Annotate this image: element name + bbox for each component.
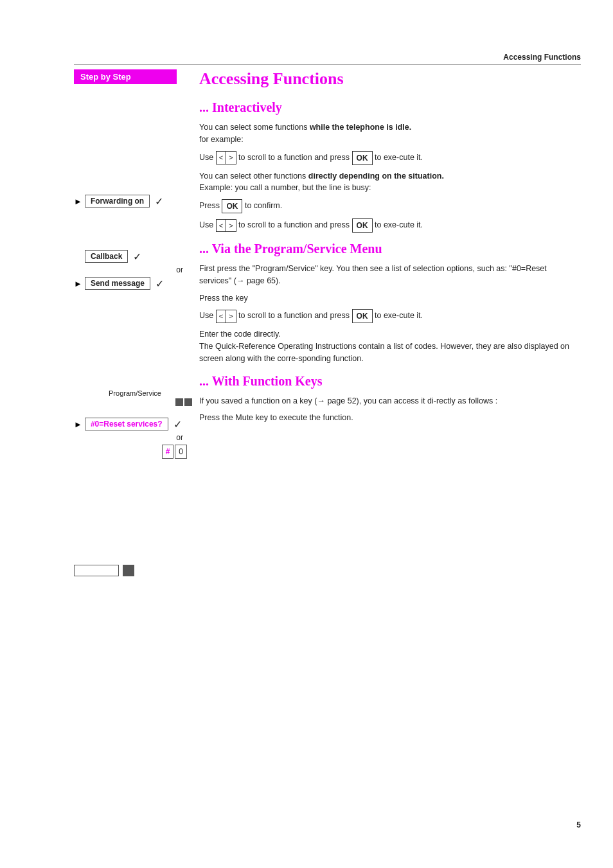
mute-key-row [74, 565, 196, 576]
para1-bold: while the telephone is idle. [310, 123, 411, 132]
function-keys-mute: Press the Mute key to execute the functi… [199, 412, 581, 424]
scroll-right-btn-2[interactable]: > [226, 219, 236, 233]
main-content: Accessing Functions ... Interactively Yo… [199, 69, 581, 433]
scroll-right-btn-3[interactable]: > [226, 310, 236, 323]
forwarding-arrow-icon: ► [74, 197, 82, 206]
para2-bold: directly depending on the situation. [308, 172, 444, 181]
page-number: 5 [576, 820, 581, 829]
prog-key-sq1 [175, 398, 183, 406]
program-subtitle: ... Via the Program/Service Menu [199, 242, 581, 256]
reset-item: ► #0=Reset services? ✓ [74, 418, 196, 430]
prog-key-sq2 [184, 398, 192, 406]
send-message-row: ► Send message ✓ [74, 277, 196, 290]
interactive-subtitle: ... Interactively [199, 100, 581, 115]
hash-zero-buttons: # 0 [162, 445, 187, 459]
reset-arrow-icon: ► [74, 420, 82, 429]
scroll-right-btn-1[interactable]: > [226, 151, 236, 164]
or-text-1: or [74, 265, 196, 274]
interactive-press: Press OK to confirm. [199, 199, 581, 213]
program-press-key: Press the key [199, 292, 581, 305]
zero-button[interactable]: 0 [175, 445, 187, 459]
interactive-use2: Use < > to scroll to a function and pres… [199, 218, 581, 233]
program-use1: Use < > to scroll to a function and pres… [199, 309, 581, 323]
ok-button-1[interactable]: OK [352, 151, 373, 165]
scroll-left-btn-3[interactable]: < [216, 310, 226, 323]
callback-check-icon: ✓ [133, 251, 141, 263]
mute-key-indicator [123, 565, 134, 576]
forwarding-item: ► Forwarding on ✓ [74, 195, 196, 208]
forwarding-box: Forwarding on [85, 195, 150, 208]
function-keys-para1: If you saved a function on a key (→ page… [199, 395, 581, 407]
program-service-label: Program/Service [74, 389, 196, 397]
ok-button-3[interactable]: OK [352, 309, 373, 323]
mute-key-box[interactable] [74, 565, 119, 576]
scroll-buttons-2: < > [216, 219, 236, 233]
send-arrow-icon: ► [74, 279, 82, 288]
reset-box: #0=Reset services? [85, 418, 168, 430]
ok-button-press[interactable]: OK [222, 199, 242, 213]
forwarding-check-icon: ✓ [155, 195, 163, 208]
program-para1: First press the "Program/Service" key. Y… [199, 263, 581, 287]
program-enter: Enter the code directly. The Quick-Refer… [199, 328, 581, 364]
scroll-left-btn-1[interactable]: < [216, 151, 226, 164]
interactive-para2: You can select other functions directly … [199, 170, 581, 195]
scroll-left-btn-2[interactable]: < [216, 219, 226, 233]
header-title: Accessing Functions [503, 53, 581, 62]
interactive-para1: You can select some functions while the … [199, 121, 581, 146]
callback-box: Callback [85, 250, 128, 263]
scroll-buttons-1: < > [216, 151, 236, 164]
callback-item: Callback ✓ [74, 250, 196, 263]
left-sidebar: ► Forwarding on ✓ Callback ✓ or ► Send m… [74, 69, 196, 576]
send-message-item: ► Send message ✓ [74, 277, 196, 290]
section-program-menu: ... Via the Program/Service Menu First p… [199, 242, 581, 365]
hash-zero-row: # 0 [74, 445, 196, 459]
main-heading: Accessing Functions [199, 69, 581, 89]
program-key-indicator [74, 398, 196, 406]
ok-button-2[interactable]: OK [352, 218, 373, 233]
forwarding-row: ► Forwarding on ✓ [74, 195, 196, 208]
scroll-buttons-3: < > [216, 310, 236, 323]
hash-button[interactable]: # [162, 445, 174, 459]
interactive-use1: Use < > to scroll to a function and pres… [199, 151, 581, 165]
or-text-2: or [74, 433, 196, 442]
top-rule [74, 64, 581, 65]
reset-services-row: ► #0=Reset services? ✓ [74, 418, 196, 430]
function-keys-subtitle: ... With Function Keys [199, 374, 581, 389]
send-message-box: Send message [85, 277, 150, 290]
section-interactively: ... Interactively You can select some fu… [199, 100, 581, 233]
send-check-icon: ✓ [155, 278, 164, 290]
callback-row: Callback ✓ [74, 250, 196, 263]
section-function-keys: ... With Function Keys If you saved a fu… [199, 374, 581, 425]
reset-check-icon: ✓ [173, 418, 182, 430]
